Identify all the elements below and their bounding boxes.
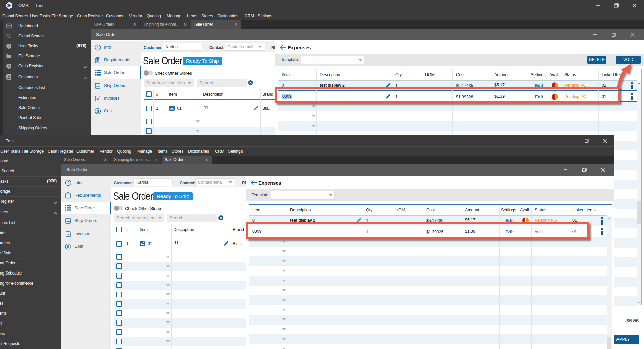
svg-text:IN: IN <box>67 233 70 236</box>
svg-text:SH: SH <box>66 220 70 223</box>
svg-text:SH: SH <box>96 85 99 88</box>
svg-text:IN: IN <box>97 98 99 101</box>
svg-text:$: $ <box>67 245 69 249</box>
svg-text:$: $ <box>8 64 10 68</box>
svg-text:$: $ <box>97 109 99 113</box>
